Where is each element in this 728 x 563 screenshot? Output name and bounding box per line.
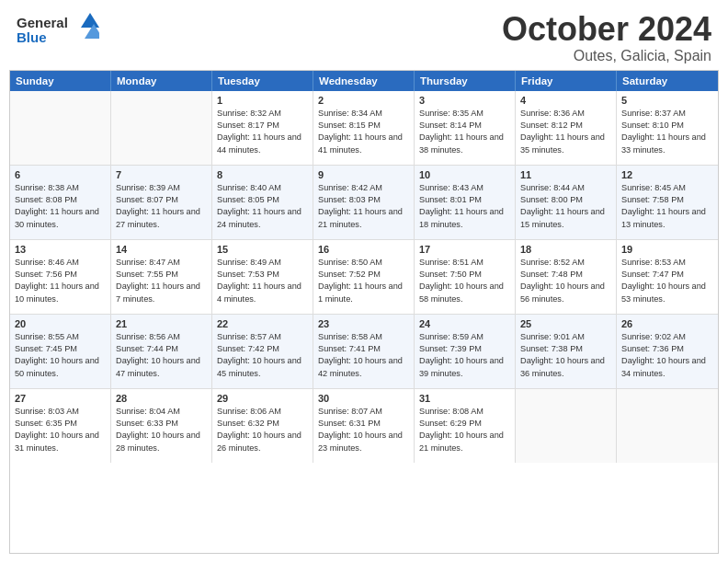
day-number: 4 [520,95,611,106]
calendar-body: 1Sunrise: 8:32 AMSunset: 8:17 PMDaylight… [10,91,718,463]
calendar: SundayMondayTuesdayWednesdayThursdayFrid… [9,70,719,554]
daylight-text: Daylight: 10 hours and 50 minutes. [15,356,99,377]
day-detail: Sunrise: 8:51 AMSunset: 7:50 PMDaylight:… [419,257,510,305]
sunrise-text: Sunrise: 8:08 AM [419,407,483,416]
day-number: 10 [419,169,510,180]
sunset-text: Sunset: 8:05 PM [217,195,279,204]
day-header-sunday: Sunday [10,71,111,91]
day-cell-5: 5Sunrise: 8:37 AMSunset: 8:10 PMDaylight… [617,91,718,165]
day-number: 13 [15,244,106,255]
logo: General Blue [17,11,99,46]
day-number: 25 [520,318,611,329]
day-number: 28 [116,393,207,404]
daylight-text: Daylight: 11 hours and 21 minutes. [318,207,403,228]
daylight-text: Daylight: 11 hours and 15 minutes. [520,207,605,228]
sunrise-text: Sunrise: 8:34 AM [318,109,382,118]
sunset-text: Sunset: 8:08 PM [15,195,77,204]
day-cell-9: 9Sunrise: 8:42 AMSunset: 8:03 PMDaylight… [313,166,415,239]
day-number: 1 [217,95,308,106]
day-cell-27: 27Sunrise: 8:03 AMSunset: 6:35 PMDayligh… [10,389,111,463]
day-number: 22 [217,318,308,329]
daylight-text: Daylight: 11 hours and 4 minutes. [217,282,301,303]
svg-text:Blue: Blue [17,29,47,45]
day-cell-7: 7Sunrise: 8:39 AMSunset: 8:07 PMDaylight… [111,166,212,239]
sunrise-text: Sunrise: 8:55 AM [15,332,79,341]
sunrise-text: Sunrise: 8:46 AM [15,258,79,267]
day-detail: Sunrise: 8:50 AMSunset: 7:52 PMDaylight:… [318,257,409,305]
sunset-text: Sunset: 8:00 PM [520,195,583,204]
page: General Blue October 2024 Outes, Galicia… [0,0,728,563]
daylight-text: Daylight: 11 hours and 33 minutes. [621,132,706,154]
day-cell-21: 21Sunrise: 8:56 AMSunset: 7:44 PMDayligh… [111,315,212,388]
day-cell-8: 8Sunrise: 8:40 AMSunset: 8:05 PMDaylight… [212,166,313,239]
day-cell-31: 31Sunrise: 8:08 AMSunset: 6:29 PMDayligh… [415,389,516,463]
calendar-week-3: 13Sunrise: 8:46 AMSunset: 7:56 PMDayligh… [10,240,718,315]
daylight-text: Daylight: 11 hours and 24 minutes. [217,207,301,228]
daylight-text: Daylight: 11 hours and 41 minutes. [318,132,403,154]
sunset-text: Sunset: 8:10 PM [621,121,684,130]
day-number: 8 [217,169,308,180]
day-cell-6: 6Sunrise: 8:38 AMSunset: 8:08 PMDaylight… [10,166,111,239]
daylight-text: Daylight: 10 hours and 34 minutes. [621,356,706,377]
daylight-text: Daylight: 10 hours and 39 minutes. [419,356,504,377]
sunrise-text: Sunrise: 9:01 AM [520,332,585,341]
day-detail: Sunrise: 8:06 AMSunset: 6:32 PMDaylight:… [217,406,308,454]
calendar-header-row: SundayMondayTuesdayWednesdayThursdayFrid… [10,71,718,91]
empty-cell [10,91,111,165]
calendar-week-5: 27Sunrise: 8:03 AMSunset: 6:35 PMDayligh… [10,389,718,463]
day-cell-10: 10Sunrise: 8:43 AMSunset: 8:01 PMDayligh… [415,166,516,239]
day-header-wednesday: Wednesday [313,71,415,91]
day-number: 21 [116,318,207,329]
day-cell-16: 16Sunrise: 8:50 AMSunset: 7:52 PMDayligh… [313,240,415,314]
sunset-text: Sunset: 8:15 PM [318,121,381,130]
day-number: 2 [318,95,409,106]
sunrise-text: Sunrise: 8:47 AM [116,258,180,267]
sunrise-text: Sunrise: 8:58 AM [318,332,382,341]
day-number: 12 [621,169,713,180]
sunrise-text: Sunrise: 8:50 AM [318,258,382,267]
day-header-monday: Monday [111,71,212,91]
day-header-tuesday: Tuesday [212,71,313,91]
sunset-text: Sunset: 8:14 PM [419,121,482,130]
day-number: 18 [520,244,611,255]
header: General Blue October 2024 Outes, Galicia… [0,0,728,70]
daylight-text: Daylight: 11 hours and 30 minutes. [15,207,99,228]
day-cell-1: 1Sunrise: 8:32 AMSunset: 8:17 PMDaylight… [212,91,313,165]
day-detail: Sunrise: 8:47 AMSunset: 7:55 PMDaylight:… [116,257,207,305]
daylight-text: Daylight: 10 hours and 23 minutes. [318,431,403,452]
empty-cell [516,389,617,463]
day-cell-22: 22Sunrise: 8:57 AMSunset: 7:42 PMDayligh… [212,315,313,388]
sunrise-text: Sunrise: 8:52 AM [520,258,585,267]
daylight-text: Daylight: 11 hours and 1 minute. [318,282,403,303]
day-detail: Sunrise: 8:32 AMSunset: 8:17 PMDaylight:… [217,108,308,156]
daylight-text: Daylight: 11 hours and 10 minutes. [15,282,99,303]
day-detail: Sunrise: 8:07 AMSunset: 6:31 PMDaylight:… [318,406,409,454]
day-number: 26 [621,318,713,329]
day-cell-29: 29Sunrise: 8:06 AMSunset: 6:32 PMDayligh… [212,389,313,463]
day-cell-3: 3Sunrise: 8:35 AMSunset: 8:14 PMDaylight… [415,91,516,165]
day-detail: Sunrise: 8:40 AMSunset: 8:05 PMDaylight:… [217,182,308,231]
day-cell-30: 30Sunrise: 8:07 AMSunset: 6:31 PMDayligh… [313,389,415,463]
day-cell-17: 17Sunrise: 8:51 AMSunset: 7:50 PMDayligh… [415,240,516,314]
sunset-text: Sunset: 7:45 PM [15,344,77,353]
day-detail: Sunrise: 8:49 AMSunset: 7:53 PMDaylight:… [217,257,308,305]
calendar-week-1: 1Sunrise: 8:32 AMSunset: 8:17 PMDaylight… [10,91,718,166]
daylight-text: Daylight: 10 hours and 21 minutes. [419,431,504,452]
day-number: 14 [116,244,207,255]
sunrise-text: Sunrise: 8:49 AM [217,258,281,267]
sunset-text: Sunset: 7:53 PM [217,270,279,279]
sunset-text: Sunset: 8:03 PM [318,195,381,204]
daylight-text: Daylight: 10 hours and 42 minutes. [318,356,403,377]
daylight-text: Daylight: 10 hours and 56 minutes. [520,282,605,303]
sunset-text: Sunset: 7:48 PM [520,270,583,279]
day-detail: Sunrise: 8:35 AMSunset: 8:14 PMDaylight:… [419,108,510,156]
sunset-text: Sunset: 7:44 PM [116,344,178,353]
sunset-text: Sunset: 8:12 PM [520,121,583,130]
day-number: 11 [520,169,611,180]
day-cell-28: 28Sunrise: 8:04 AMSunset: 6:33 PMDayligh… [111,389,212,463]
sunset-text: Sunset: 7:58 PM [621,195,684,204]
day-cell-15: 15Sunrise: 8:49 AMSunset: 7:53 PMDayligh… [212,240,313,314]
day-number: 30 [318,393,409,404]
day-detail: Sunrise: 8:39 AMSunset: 8:07 PMDaylight:… [116,182,207,231]
sunrise-text: Sunrise: 8:03 AM [15,407,79,416]
